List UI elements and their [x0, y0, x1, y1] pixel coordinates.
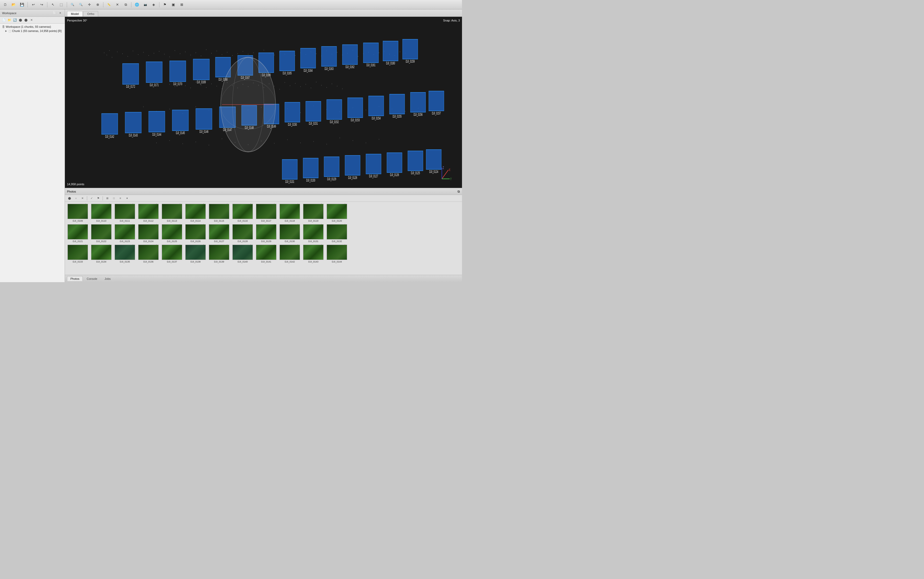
globe-button[interactable]: 🌐 — [133, 1, 140, 8]
photo-circle-btn[interactable]: ⬤ — [67, 196, 72, 201]
photo-item-DJI0123[interactable]: ✓ DJI_0123 — [114, 224, 135, 243]
photos-expand-icon[interactable]: ⧉ — [458, 190, 460, 193]
photo-item-DJI0115[interactable]: ✓ DJI_0115 — [209, 204, 230, 222]
photo-item-DJI0139[interactable]: ✓ DJI_0139 — [209, 245, 230, 263]
photo-item-DJI0140[interactable]: ✓ DJI_0140 — [232, 245, 253, 263]
svg-point-12 — [154, 53, 154, 54]
measure-button[interactable]: ⊠ — [178, 1, 185, 8]
photo-item-DJI0113[interactable]: ✓ DJI_0113 — [161, 204, 183, 222]
crop-button[interactable]: ⧉ — [122, 1, 129, 8]
tab-ortho[interactable]: Ortho — [83, 11, 98, 16]
svg-point-107 — [300, 112, 301, 113]
sidebar-expand-icon[interactable]: ⬜ — [52, 11, 57, 15]
photo-item-DJI0119[interactable]: ✓ DJI_0119 — [303, 204, 324, 222]
photo-item-DJI0130[interactable]: ✓ DJI_0130 — [279, 224, 300, 243]
svg-text:DJI_0168: DJI_0168 — [218, 78, 228, 82]
photo-item-DJI0134[interactable]: ✓ DJI_0134 — [91, 245, 112, 263]
sidebar-close-icon[interactable]: ✕ — [58, 11, 63, 15]
redo-button[interactable]: ↪ — [38, 1, 45, 8]
photo-item-DJI0125[interactable]: ✓ DJI_0125 — [161, 224, 183, 243]
svg-point-46 — [332, 54, 332, 54]
sidebar-info-icon[interactable]: ⬤ — [18, 18, 23, 23]
photo-item-DJI0138[interactable]: ✓ DJI_0138 — [185, 245, 206, 263]
save-button[interactable]: 💾 — [18, 1, 26, 8]
view-canvas[interactable]: DJI_0159 DJI_0160 DJI_0161 DJI_0162 DJI_… — [65, 17, 462, 188]
photo-item-DJI0114[interactable]: ✓ DJI_0114 — [185, 204, 206, 222]
photo-thumb-DJI0141 — [256, 245, 276, 260]
photos-scroll[interactable]: ✓ DJI_0109 ✓ DJI_0110 ✓ DJI_0111 — [65, 202, 462, 275]
photo-item-DJI0143b[interactable]: ✓ DJI_0143 — [303, 245, 324, 263]
workspace-item[interactable]: 🗄 Workspace (1 chunks, 93 cameras) — [0, 25, 65, 29]
photo-square-btn[interactable]: □ — [111, 196, 117, 201]
svg-point-63 — [180, 83, 180, 84]
photo-item-DJI0131[interactable]: ✓ DJI_0131 — [303, 224, 324, 243]
tab-photos[interactable]: Photos — [67, 276, 83, 281]
undo-button[interactable]: ↩ — [29, 1, 37, 8]
photo-x-btn[interactable]: ✕ — [80, 196, 85, 201]
svg-point-6 — [122, 53, 123, 54]
ruler-button[interactable]: 📏 — [105, 1, 112, 8]
photo-item-DJI0133[interactable]: ✓ DJI_0133 — [67, 245, 88, 263]
photo-list-btn[interactable]: ≡ — [117, 196, 123, 201]
sidebar-circle-icon[interactable]: ⬤ — [24, 18, 28, 23]
svg-point-211 — [221, 57, 275, 152]
photo-item-DJI0111[interactable]: ✓ DJI_0111 — [114, 204, 135, 222]
photo-item-DJI0120[interactable]: ✓ DJI_0120 — [326, 204, 348, 222]
sidebar-x-icon[interactable]: ✕ — [29, 18, 34, 23]
monitor-button[interactable]: ▣ — [169, 1, 177, 8]
flag-button[interactable]: ⚑ — [161, 1, 169, 8]
photo-item-DJI0142b[interactable]: ✓ DJI_0142 — [279, 245, 300, 263]
photo-more-btn[interactable]: ▾ — [124, 196, 130, 201]
photo-flag-btn[interactable]: ⚑ — [95, 196, 101, 201]
photo-item-DJI0136[interactable]: ✓ DJI_0136 — [138, 245, 159, 263]
zoom-in-button[interactable]: 🔍 — [77, 1, 85, 8]
tab-model[interactable]: Model — [67, 11, 83, 16]
zoom-out-button[interactable]: 🔍 — [69, 1, 76, 8]
new-button[interactable]: 🗋 — [2, 1, 9, 8]
rotate-button[interactable]: ⊗ — [94, 1, 101, 8]
tab-jobs[interactable]: Jobs — [101, 276, 114, 281]
photo-item-DJI0127[interactable]: ✓ DJI_0127 — [209, 224, 230, 243]
photo-grid-btn[interactable]: ⊞ — [104, 196, 110, 201]
photo-item-DJI0128[interactable]: ✓ DJI_0128 — [232, 224, 253, 243]
photo-item-DJI0135[interactable]: ✓ DJI_0135 — [114, 245, 135, 263]
select-button[interactable]: ↖ — [49, 1, 57, 8]
chunk-expand-icon[interactable]: ▶ — [5, 29, 7, 32]
photo-item-DJI0121[interactable]: ✓ DJI_0121 — [67, 224, 88, 243]
photo-item-DJI0124[interactable]: ✓ DJI_0124 — [138, 224, 159, 243]
region-select-button[interactable]: ⬚ — [58, 1, 65, 8]
pan-button[interactable]: ✛ — [86, 1, 93, 8]
sidebar-add-icon[interactable]: 📄 — [2, 18, 6, 23]
toolbar-sep-6 — [159, 2, 160, 7]
photos-panel: Photos ⧉ ⬤ ○ ✕ ✓ ⚑ ⊞ □ ≡ ▾ — [65, 188, 462, 275]
svg-text:DJI_0172: DJI_0172 — [126, 85, 135, 88]
camera-button[interactable]: 📷 — [142, 1, 149, 8]
photo-item-DJI0118[interactable]: ✓ DJI_0118 — [279, 204, 300, 222]
svg-text:DJI_0131: DJI_0131 — [285, 180, 294, 184]
tab-console[interactable]: Console — [83, 276, 101, 281]
photo-item-DJI0122[interactable]: ✓ DJI_0122 — [91, 224, 112, 243]
photo-label-DJI0130: DJI_0130 — [285, 240, 295, 243]
chunk-item[interactable]: ▶ ⬚ Chunk 1 (93 cameras, 14,958 points) … — [0, 29, 65, 33]
photo-item-DJI0110[interactable]: ✓ DJI_0110 — [91, 204, 112, 222]
svg-rect-155 — [193, 59, 209, 80]
photo-thumb-DJI0131 — [303, 224, 324, 239]
photo-item-DJI0137[interactable]: ✓ DJI_0137 — [161, 245, 183, 263]
photo-item-DJI0132[interactable]: ✓ DJI_0132 — [326, 224, 348, 243]
photo-item-DJI0141[interactable]: ✓ DJI_0141 — [256, 245, 277, 263]
photo-item-DJI0116[interactable]: ✓ DJI_0116 — [232, 204, 253, 222]
photo-item-DJI0112[interactable]: ✓ DJI_0112 — [138, 204, 159, 222]
photo-item-DJI0117[interactable]: ✓ DJI_0117 — [256, 204, 277, 222]
photo-item-DJI0144b[interactable]: ✓ DJI_0144 — [326, 245, 348, 263]
close-button[interactable]: ✕ — [114, 1, 121, 8]
photo-check-btn[interactable]: ✓ — [89, 196, 95, 201]
photo-item-DJI0126[interactable]: ✓ DJI_0126 — [185, 224, 206, 243]
layers-button[interactable]: ◈ — [150, 1, 157, 8]
svg-point-13 — [159, 51, 160, 52]
sidebar-folder-icon[interactable]: 📁 — [7, 18, 12, 23]
photo-item-DJI0129[interactable]: ✓ DJI_0129 — [256, 224, 277, 243]
photo-empty-circle-btn[interactable]: ○ — [73, 196, 79, 201]
open-button[interactable]: 📂 — [10, 1, 17, 8]
sidebar-refresh-icon[interactable]: 🔃 — [13, 18, 17, 23]
photo-item-DJI0109[interactable]: ✓ DJI_0109 — [67, 204, 88, 222]
